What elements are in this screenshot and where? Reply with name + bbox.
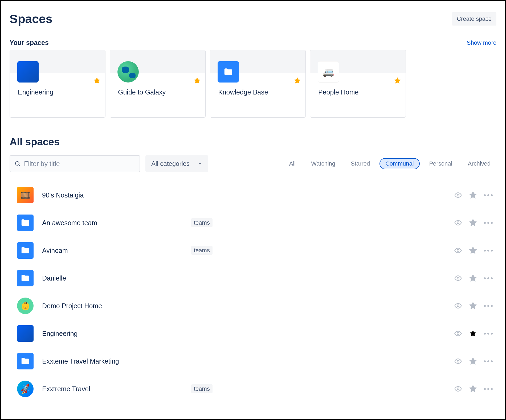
space-card-name: Guide to Galaxy — [118, 88, 166, 96]
row-actions — [454, 385, 496, 393]
filter-chip-personal[interactable]: Personal — [423, 158, 458, 169]
row-actions — [454, 274, 496, 282]
space-card[interactable]: Engineering — [10, 50, 105, 118]
folder-icon — [17, 215, 34, 231]
space-row: An awesome teamteams — [10, 209, 496, 237]
space-card[interactable]: Knowledge Base — [210, 50, 306, 118]
space-card-name: People Home — [318, 88, 358, 96]
watch-icon[interactable] — [454, 191, 462, 199]
watch-icon[interactable] — [454, 385, 462, 393]
more-actions-icon[interactable] — [484, 194, 493, 196]
space-row: 🚀Exxtreme Travelteams — [10, 375, 496, 403]
star-icon[interactable] — [393, 77, 401, 85]
all-spaces-heading: All spaces — [10, 136, 496, 148]
space-row-name[interactable]: An awesome team — [42, 219, 191, 227]
star-icon[interactable] — [293, 77, 301, 85]
row-actions — [454, 302, 496, 310]
star-icon[interactable] — [469, 302, 477, 310]
space-row-name[interactable]: Exxteme Travel Marketing — [42, 357, 191, 365]
space-row: 👶Demo Project Home — [10, 292, 496, 320]
star-icon[interactable] — [469, 246, 477, 254]
row-actions — [454, 191, 496, 199]
filter-input[interactable] — [24, 160, 135, 168]
row-actions — [454, 219, 496, 227]
star-icon[interactable] — [469, 330, 477, 337]
folder-icon — [17, 242, 34, 259]
categories-dropdown[interactable]: All categories — [145, 155, 208, 172]
star-icon[interactable] — [193, 77, 201, 85]
folder-icon — [17, 353, 34, 369]
folder-icon — [218, 61, 239, 83]
more-actions-icon[interactable] — [484, 360, 493, 362]
filter-input-wrap[interactable] — [10, 155, 140, 172]
space-row-name[interactable]: 90's Nostalgia — [42, 191, 191, 199]
row-actions — [454, 330, 496, 337]
watch-icon[interactable] — [454, 274, 462, 282]
watch-icon[interactable] — [454, 357, 462, 365]
space-tag[interactable]: teams — [191, 246, 213, 255]
avatar-icon: 👶 — [17, 298, 34, 314]
rocket-icon: 🚀 — [17, 381, 34, 397]
space-row-name[interactable]: Exxtreme Travel — [42, 385, 191, 393]
more-actions-icon[interactable] — [484, 222, 493, 224]
row-actions — [454, 246, 496, 254]
filter-chip-communal[interactable]: Communal — [380, 158, 419, 169]
filter-chip-starred[interactable]: Starred — [345, 158, 376, 169]
watch-icon[interactable] — [454, 246, 462, 254]
globe-icon — [117, 61, 139, 83]
space-tag[interactable]: teams — [191, 384, 213, 393]
texture-icon — [17, 325, 34, 342]
more-actions-icon[interactable] — [484, 333, 493, 335]
filter-chip-all[interactable]: All — [283, 158, 301, 169]
space-row-name[interactable]: Engineering — [42, 330, 191, 337]
space-card-name: Knowledge Base — [218, 88, 268, 96]
star-icon[interactable] — [469, 357, 477, 365]
star-icon[interactable] — [469, 191, 477, 199]
row-actions — [454, 357, 496, 365]
filter-chip-archived[interactable]: Archived — [462, 158, 496, 169]
nostalgia-icon: 🎞️ — [17, 187, 34, 203]
space-row: Exxteme Travel Marketing — [10, 347, 496, 375]
space-row: Avinoamteams — [10, 237, 496, 264]
more-actions-icon[interactable] — [484, 250, 493, 252]
space-card-name: Engineering — [18, 88, 53, 96]
space-tag[interactable]: teams — [191, 218, 213, 227]
space-card[interactable]: Guide to Galaxy — [110, 50, 206, 118]
star-icon[interactable] — [93, 77, 101, 85]
filter-chip-watching[interactable]: Watching — [305, 158, 341, 169]
create-space-button[interactable]: Create space — [452, 12, 496, 26]
star-icon[interactable] — [469, 274, 477, 282]
chevron-down-icon — [198, 161, 202, 166]
your-spaces-heading: Your spaces — [10, 39, 49, 47]
search-icon — [14, 160, 21, 167]
travel-icon: 🚐 — [318, 61, 339, 83]
space-row: Engineering — [10, 320, 496, 347]
folder-icon — [17, 270, 34, 286]
space-card[interactable]: 🚐People Home — [310, 50, 406, 118]
more-actions-icon[interactable] — [484, 388, 493, 390]
more-actions-icon[interactable] — [484, 305, 493, 307]
watch-icon[interactable] — [454, 302, 462, 310]
categories-label: All categories — [151, 160, 190, 167]
space-row-name[interactable]: Avinoam — [42, 247, 191, 254]
space-row-name[interactable]: Demo Project Home — [42, 302, 191, 310]
svg-point-0 — [15, 162, 19, 165]
page-title: Spaces — [10, 12, 52, 26]
more-actions-icon[interactable] — [484, 277, 493, 279]
texture-icon — [17, 61, 39, 83]
space-row: 🎞️90's Nostalgia — [10, 181, 496, 209]
star-icon[interactable] — [469, 385, 477, 393]
watch-icon[interactable] — [454, 330, 462, 337]
space-row-name[interactable]: Danielle — [42, 274, 191, 282]
svg-line-1 — [19, 165, 20, 166]
star-icon[interactable] — [469, 219, 477, 227]
watch-icon[interactable] — [454, 219, 462, 227]
show-more-link[interactable]: Show more — [467, 39, 496, 46]
space-row: Danielle — [10, 264, 496, 292]
